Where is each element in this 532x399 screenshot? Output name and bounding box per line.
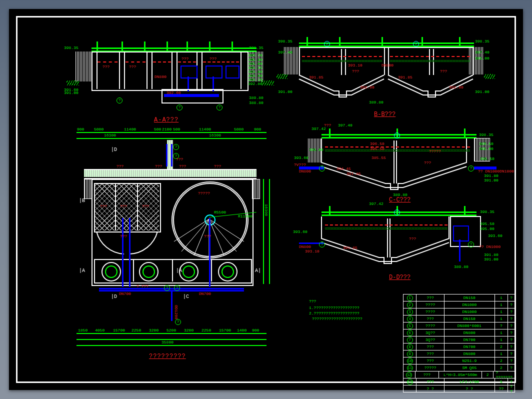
aa-39100: 391.00	[64, 90, 78, 95]
svg-line-10	[209, 219, 236, 252]
viewport-backdrop: ??? ??? DN800 ??? ??? 392.60 398.35 398.…	[0, 0, 532, 399]
aa-398l: 398.35	[64, 46, 78, 50]
section-b-b: 391.85 391.85 ??? ??? 393.10 DN800 392.8…	[279, 30, 489, 122]
aa-label-q2: ???	[129, 64, 136, 69]
aa-node-2: ?	[176, 104, 182, 110]
section-d-d: DN800 393.10 391.85 ??? ?? DN1000 397.42…	[294, 202, 504, 282]
table-row: 73Q??DN7001?	[404, 336, 514, 343]
aa-label-q: ???	[102, 64, 110, 69]
section-a-a-title: A-A???	[154, 116, 178, 124]
drawing-sheet[interactable]: ??? ??? DN800 ??? ??? 392.60 398.35 398.…	[9, 9, 523, 390]
th-spec: ? ?	[444, 386, 495, 392]
section-a-a: ??? ??? DN800 ??? ??? 392.60 398.35 398.…	[66, 36, 266, 124]
table-row: 5????DN800*6001??	[404, 322, 514, 329]
table-row: 3????DN10001?	[404, 308, 514, 315]
plan-title: ?????????	[149, 353, 186, 360]
th-name: ? ?	[416, 386, 444, 392]
notes-line-1: 1.???????????????????	[309, 306, 409, 310]
table-row: 13???LFJ-17005?	[404, 378, 514, 385]
section-d-d-title: D-D???	[389, 274, 410, 281]
notes-heading: ???	[309, 299, 409, 304]
table-row: 1???DN1501?	[404, 294, 514, 301]
section-c-c: DN800 ?V??? ?? DN1000DN1000 396.50 395.5…	[294, 122, 504, 204]
notes-line-q: ?????????????????????	[309, 316, 409, 321]
table-row: 9???DN8001?	[404, 350, 514, 357]
table-row: 8???DN7002?	[404, 343, 514, 350]
svg-line-11	[209, 219, 244, 242]
plan-view: 900 5000 11400 500 2100 500 11400 5000 9…	[64, 129, 279, 379]
aa-node-3: ?	[216, 104, 222, 110]
th-qty: ??	[495, 386, 508, 392]
aa-node-1: ?	[116, 98, 122, 104]
table-row: 12???L*H=3.85m*560m2? ???????	[404, 371, 514, 378]
th-rem: ? ?	[508, 386, 514, 392]
svg-line-9	[209, 219, 224, 256]
table-row: 10???N2S1-92?	[404, 357, 514, 364]
table-row: 2????DN10001?	[404, 301, 514, 308]
notes-line-2: 2.???????????????????	[309, 311, 409, 316]
table-row: 63Q??DN8001?	[404, 329, 514, 336]
aa-398r: 398.35	[249, 46, 264, 50]
equipment-table: 1???DN1501?2????DN10001?3????DN10001?4??…	[403, 294, 515, 392]
aa-q4: ???	[210, 56, 216, 61]
section-b-b-title: B-B???	[374, 111, 396, 118]
aa-dn800: DN800	[154, 74, 166, 79]
aa-q3: ???	[182, 56, 188, 61]
aa-39260: 392.60	[166, 90, 181, 95]
table-row: 4???DN1501?	[404, 315, 514, 322]
notes-block: ??? 1.??????????????????? 2.????????????…	[309, 299, 409, 321]
